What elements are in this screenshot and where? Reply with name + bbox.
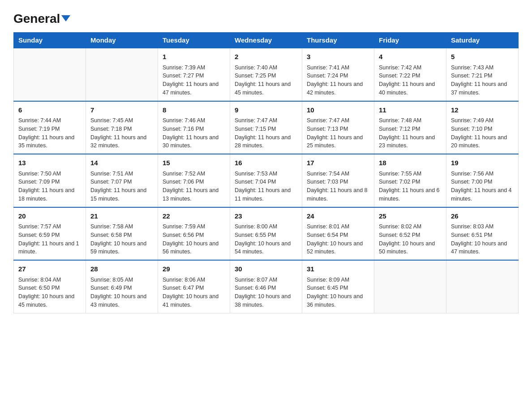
daylight-text: Daylight: 10 hours and 36 minutes.: [307, 293, 363, 308]
sunset-text: Sunset: 6:52 PM: [379, 232, 420, 238]
sunrise-text: Sunrise: 8:04 AM: [18, 277, 61, 283]
day-number: 11: [379, 105, 442, 116]
daylight-text: Daylight: 11 hours and 25 minutes.: [307, 134, 363, 149]
calendar-cell: 1Sunrise: 7:39 AMSunset: 7:27 PMDaylight…: [158, 48, 230, 101]
sunrise-text: Sunrise: 8:01 AM: [307, 223, 349, 230]
calendar-header-wednesday: Wednesday: [230, 33, 302, 48]
calendar-cell: 14Sunrise: 7:51 AMSunset: 7:07 PMDayligh…: [86, 154, 158, 207]
calendar-cell: 29Sunrise: 8:06 AMSunset: 6:47 PMDayligh…: [158, 260, 230, 313]
daylight-text: Daylight: 11 hours and 13 minutes.: [163, 187, 219, 202]
calendar-cell: 19Sunrise: 7:56 AMSunset: 7:00 PMDayligh…: [446, 154, 519, 207]
day-number: 23: [235, 211, 297, 222]
sunrise-text: Sunrise: 8:00 AM: [235, 223, 277, 230]
sunrise-text: Sunrise: 7:46 AM: [163, 117, 205, 124]
daylight-text: Daylight: 11 hours and 15 minutes.: [90, 187, 146, 202]
sunset-text: Sunset: 6:51 PM: [451, 232, 492, 238]
calendar-cell: 23Sunrise: 8:00 AMSunset: 6:55 PMDayligh…: [230, 207, 302, 261]
sunrise-text: Sunrise: 7:44 AM: [18, 117, 61, 124]
day-number: 4: [379, 52, 442, 62]
calendar-header-tuesday: Tuesday: [158, 33, 230, 48]
sunrise-text: Sunrise: 7:52 AM: [163, 171, 205, 177]
sunrise-text: Sunrise: 7:53 AM: [235, 171, 277, 177]
sunset-text: Sunset: 7:15 PM: [235, 126, 276, 132]
calendar-cell: 3Sunrise: 7:41 AMSunset: 7:24 PMDaylight…: [302, 48, 374, 101]
calendar-cell: 20Sunrise: 7:57 AMSunset: 6:59 PMDayligh…: [14, 207, 86, 261]
calendar-week-5: 27Sunrise: 8:04 AMSunset: 6:50 PMDayligh…: [14, 260, 519, 313]
daylight-text: Daylight: 11 hours and 6 minutes.: [379, 187, 440, 202]
calendar-cell: 7Sunrise: 7:45 AMSunset: 7:18 PMDaylight…: [86, 101, 158, 154]
sunset-text: Sunset: 6:58 PM: [90, 232, 132, 238]
day-number: 24: [307, 211, 369, 222]
sunrise-text: Sunrise: 7:42 AM: [379, 64, 421, 71]
day-number: 6: [18, 105, 81, 116]
daylight-text: Daylight: 10 hours and 43 minutes.: [90, 293, 146, 308]
sunrise-text: Sunrise: 7:39 AM: [163, 64, 205, 71]
sunrise-text: Sunrise: 7:58 AM: [90, 223, 133, 230]
calendar-cell: [374, 260, 446, 313]
daylight-text: Daylight: 11 hours and 23 minutes.: [379, 134, 435, 149]
calendar-cell: [14, 48, 86, 101]
calendar-cell: 2Sunrise: 7:40 AMSunset: 7:25 PMDaylight…: [230, 48, 302, 101]
sunset-text: Sunset: 6:55 PM: [235, 232, 276, 238]
daylight-text: Daylight: 11 hours and 42 minutes.: [307, 81, 363, 96]
calendar-cell: 5Sunrise: 7:43 AMSunset: 7:21 PMDaylight…: [446, 48, 519, 101]
sunset-text: Sunset: 6:59 PM: [18, 232, 60, 238]
day-number: 15: [163, 158, 225, 168]
day-number: 30: [235, 264, 297, 274]
calendar-cell: 17Sunrise: 7:54 AMSunset: 7:03 PMDayligh…: [302, 154, 374, 207]
day-number: 22: [163, 211, 225, 222]
sunrise-text: Sunrise: 8:07 AM: [235, 277, 277, 283]
daylight-text: Daylight: 11 hours and 40 minutes.: [379, 81, 435, 96]
day-number: 1: [163, 52, 225, 62]
day-number: 20: [18, 211, 81, 222]
calendar-cell: 31Sunrise: 8:09 AMSunset: 6:45 PMDayligh…: [302, 260, 374, 313]
day-number: 2: [235, 52, 297, 62]
day-number: 3: [307, 52, 369, 62]
daylight-text: Daylight: 11 hours and 28 minutes.: [235, 134, 291, 149]
calendar-cell: 4Sunrise: 7:42 AMSunset: 7:22 PMDaylight…: [374, 48, 446, 101]
daylight-text: Daylight: 10 hours and 54 minutes.: [235, 240, 291, 255]
sunrise-text: Sunrise: 7:55 AM: [379, 171, 421, 177]
day-number: 29: [163, 264, 225, 274]
calendar-cell: 12Sunrise: 7:49 AMSunset: 7:10 PMDayligh…: [446, 101, 519, 154]
calendar-week-2: 6Sunrise: 7:44 AMSunset: 7:19 PMDaylight…: [14, 101, 519, 154]
sunset-text: Sunset: 7:13 PM: [307, 126, 348, 132]
calendar-cell: 16Sunrise: 7:53 AMSunset: 7:04 PMDayligh…: [230, 154, 302, 207]
logo: General: [13, 9, 70, 24]
daylight-text: Daylight: 11 hours and 1 minute.: [18, 240, 79, 255]
daylight-text: Daylight: 11 hours and 30 minutes.: [163, 134, 219, 149]
sunset-text: Sunset: 7:02 PM: [379, 179, 420, 185]
day-number: 27: [18, 264, 81, 274]
sunset-text: Sunset: 7:00 PM: [451, 179, 492, 185]
sunset-text: Sunset: 6:49 PM: [90, 285, 132, 291]
daylight-text: Daylight: 10 hours and 47 minutes.: [451, 240, 507, 255]
daylight-text: Daylight: 10 hours and 56 minutes.: [163, 240, 219, 255]
calendar-header-thursday: Thursday: [302, 33, 374, 48]
sunrise-text: Sunrise: 7:41 AM: [307, 64, 349, 71]
daylight-text: Daylight: 10 hours and 50 minutes.: [379, 240, 435, 255]
daylight-text: Daylight: 10 hours and 45 minutes.: [18, 293, 74, 308]
calendar-cell: 13Sunrise: 7:50 AMSunset: 7:09 PMDayligh…: [14, 154, 86, 207]
sunrise-text: Sunrise: 7:50 AM: [18, 171, 61, 177]
sunrise-text: Sunrise: 8:03 AM: [451, 223, 493, 230]
day-number: 8: [163, 105, 225, 116]
calendar-cell: [446, 260, 519, 313]
sunset-text: Sunset: 7:27 PM: [163, 73, 204, 79]
sunset-text: Sunset: 6:47 PM: [163, 285, 204, 291]
logo-arrow-icon: [61, 15, 70, 21]
daylight-text: Daylight: 11 hours and 4 minutes.: [451, 187, 512, 202]
sunset-text: Sunset: 7:18 PM: [90, 126, 132, 132]
sunrise-text: Sunrise: 7:48 AM: [379, 117, 421, 124]
calendar-header-row: SundayMondayTuesdayWednesdayThursdayFrid…: [14, 33, 519, 48]
sunrise-text: Sunrise: 7:49 AM: [451, 117, 493, 124]
sunrise-text: Sunrise: 7:40 AM: [235, 64, 277, 71]
sunset-text: Sunset: 7:25 PM: [235, 73, 276, 79]
calendar-week-3: 13Sunrise: 7:50 AMSunset: 7:09 PMDayligh…: [14, 154, 519, 207]
sunrise-text: Sunrise: 7:47 AM: [307, 117, 349, 124]
page-header: General: [13, 9, 519, 24]
sunrise-text: Sunrise: 8:09 AM: [307, 277, 349, 283]
day-number: 19: [451, 158, 514, 168]
sunrise-text: Sunrise: 7:43 AM: [451, 64, 493, 71]
sunset-text: Sunset: 7:09 PM: [18, 179, 60, 185]
day-number: 18: [379, 158, 442, 168]
